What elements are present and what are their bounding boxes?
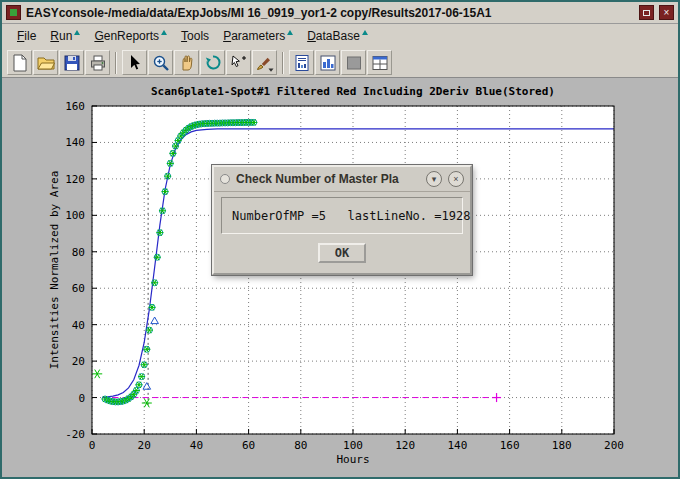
svg-text:80: 80	[72, 246, 85, 259]
svg-text:80: 80	[294, 439, 307, 452]
close-icon: ×	[664, 8, 670, 18]
menu-parameters[interactable]: Parameters	[216, 26, 300, 46]
menu-database[interactable]: DataBase	[300, 26, 375, 46]
window-menu-button[interactable]	[6, 5, 21, 20]
new-document-button[interactable]	[7, 50, 32, 75]
ok-button[interactable]: OK	[318, 243, 366, 263]
zoom-in-icon	[151, 53, 171, 73]
dialog-collapse-button[interactable]: ▾	[426, 171, 442, 187]
open-folder-button[interactable]	[33, 50, 58, 75]
svg-text:Intensities Normalized by Area: Intensities Normalized by Area	[48, 171, 61, 370]
svg-text:160: 160	[500, 439, 520, 452]
dialog-body: NumberOfMP =5 lastLineNo. =1928 OK	[214, 192, 470, 273]
menu-run[interactable]: Run	[43, 26, 87, 46]
zoom-in-tool-button[interactable]	[148, 50, 173, 75]
maximize-icon	[643, 10, 650, 16]
pointer-icon	[125, 53, 145, 73]
close-icon: ×	[453, 175, 458, 184]
submenu-indicator-icon	[74, 30, 80, 35]
tile-windows-icon	[370, 53, 390, 73]
svg-text:Hours: Hours	[336, 453, 369, 466]
pan-hand-tool-button[interactable]	[174, 50, 199, 75]
new-document-icon	[10, 53, 30, 73]
toolbar-separator	[115, 52, 117, 74]
svg-text:40: 40	[72, 319, 85, 332]
toolbar	[2, 48, 678, 78]
menu-tools[interactable]: Tools	[174, 26, 216, 46]
dialog-message: NumberOfMP =5 lastLineNo. =1928	[232, 209, 452, 223]
svg-text:60: 60	[72, 282, 85, 295]
open-folder-icon	[36, 53, 56, 73]
gray-box-button[interactable]	[341, 50, 366, 75]
report-icon	[292, 53, 312, 73]
print-icon	[88, 53, 108, 73]
report-button[interactable]	[289, 50, 314, 75]
menu-file[interactable]: File	[10, 26, 43, 46]
app-window: EASYconsole-/media/data/ExpJobs/MI 16_09…	[0, 0, 680, 479]
menu-genreports[interactable]: GenReports	[87, 26, 174, 46]
svg-text:200: 200	[604, 439, 624, 452]
svg-text:180: 180	[552, 439, 572, 452]
window-title: EASYconsole-/media/data/ExpJobs/MI 16_09…	[26, 6, 634, 20]
svg-text:60: 60	[242, 439, 255, 452]
chevron-down-icon: ▾	[432, 175, 437, 184]
toolbar-separator	[282, 52, 284, 74]
svg-text:160: 160	[65, 100, 85, 113]
submenu-indicator-icon	[362, 30, 368, 35]
pan-hand-icon	[177, 53, 197, 73]
title-bar: EASYconsole-/media/data/ExpJobs/MI 16_09…	[2, 2, 678, 24]
chart-canvas: 020406080100120140160180200-200204060801…	[2, 78, 678, 477]
svg-text:20: 20	[72, 355, 85, 368]
dialog-app-icon	[220, 174, 230, 184]
menu-bar: File Run GenReports Tools Parameters Dat…	[2, 24, 678, 48]
svg-text:Scan6plate1-Spot#1 Filtered Re: Scan6plate1-Spot#1 Filtered Red Includin…	[151, 85, 555, 98]
pointer-tool-button[interactable]	[122, 50, 147, 75]
svg-text:-20: -20	[65, 428, 85, 441]
paint-brush-tool-button[interactable]	[252, 50, 277, 75]
check-master-plate-dialog: Check Number of Master Pla ▾ × NumberOfM…	[212, 165, 472, 275]
close-button[interactable]: ×	[659, 5, 674, 20]
dialog-title-bar[interactable]: Check Number of Master Pla ▾ ×	[214, 167, 470, 192]
svg-text:40: 40	[190, 439, 203, 452]
bar-chart-icon	[318, 53, 338, 73]
dialog-title: Check Number of Master Pla	[236, 172, 420, 186]
svg-text:0: 0	[89, 439, 96, 452]
save-button[interactable]	[59, 50, 84, 75]
svg-text:0: 0	[78, 392, 85, 405]
submenu-indicator-icon	[287, 30, 293, 35]
dialog-close-button[interactable]: ×	[448, 171, 464, 187]
svg-text:100: 100	[65, 209, 85, 222]
window-menu-icon	[10, 9, 17, 16]
plot-area: 020406080100120140160180200-200204060801…	[2, 78, 678, 477]
rotate-icon	[203, 53, 223, 73]
svg-text:20: 20	[138, 439, 151, 452]
print-button[interactable]	[85, 50, 110, 75]
svg-text:120: 120	[395, 439, 415, 452]
dialog-button-row: OK	[221, 243, 463, 263]
tile-windows-button[interactable]	[367, 50, 392, 75]
data-cursor-tool-button[interactable]	[226, 50, 251, 75]
rotate-tool-button[interactable]	[200, 50, 225, 75]
paint-brush-icon	[255, 53, 275, 73]
gray-box-icon	[344, 53, 364, 73]
svg-text:100: 100	[343, 439, 363, 452]
submenu-indicator-icon	[161, 30, 167, 35]
data-cursor-icon	[229, 53, 249, 73]
save-icon	[62, 53, 82, 73]
svg-text:120: 120	[65, 173, 85, 186]
bar-chart-button[interactable]	[315, 50, 340, 75]
dialog-message-panel: NumberOfMP =5 lastLineNo. =1928	[221, 197, 463, 234]
svg-text:140: 140	[65, 136, 85, 149]
maximize-button[interactable]	[639, 5, 654, 20]
svg-text:140: 140	[447, 439, 467, 452]
